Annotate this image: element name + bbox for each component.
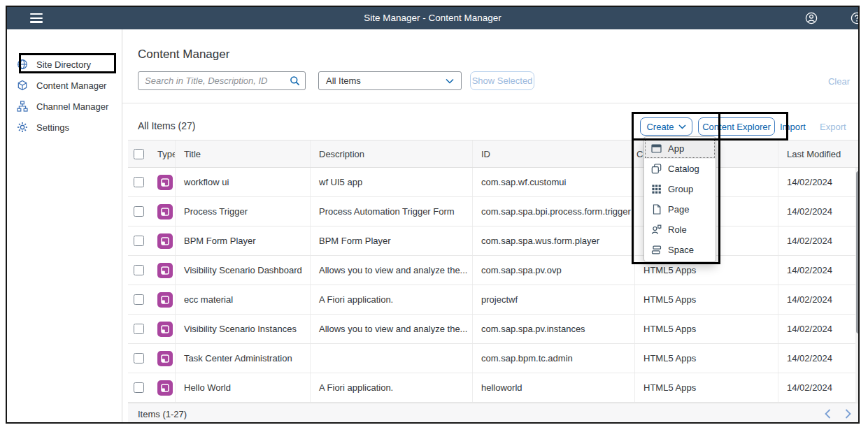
row-last-modified: 14/02/2024 bbox=[778, 197, 860, 226]
row-title: Visibility Scenario Dashboard bbox=[175, 256, 310, 285]
row-checkbox[interactable] bbox=[134, 382, 144, 393]
items-count-label: Items (1-27) bbox=[138, 409, 187, 419]
row-title: ecc material bbox=[175, 285, 310, 314]
section-title: All Items (27) bbox=[138, 120, 195, 131]
table-row[interactable]: Visibility Scenario Dashboard Allows you… bbox=[128, 256, 860, 285]
table-row[interactable]: workflow ui wf UI5 app com.sap.wf.custom… bbox=[128, 168, 860, 197]
export-link[interactable]: Export bbox=[820, 122, 846, 132]
sitemap-icon bbox=[17, 101, 28, 112]
sidebar-item-label: Site Directory bbox=[36, 59, 91, 70]
row-checkbox[interactable] bbox=[134, 177, 144, 187]
row-description: BPM Form Player bbox=[310, 226, 472, 255]
row-last-modified: 14/02/2024 bbox=[778, 168, 860, 196]
sidebar-item-site-directory[interactable]: Site Directory bbox=[7, 54, 122, 75]
items-filter-value: All Items bbox=[326, 75, 361, 86]
row-checkbox[interactable] bbox=[134, 206, 144, 217]
page-next-button[interactable] bbox=[845, 409, 851, 419]
search-icon[interactable] bbox=[290, 75, 300, 86]
create-menu-item-space[interactable]: Space bbox=[644, 240, 716, 260]
select-all-checkbox[interactable] bbox=[134, 149, 144, 159]
row-id: com.sap.spa.pv.instances bbox=[472, 315, 634, 343]
create-button[interactable]: Create bbox=[640, 117, 692, 136]
content-explorer-button[interactable]: Content Explorer bbox=[698, 117, 775, 136]
create-menu-item-catalog[interactable]: Catalog bbox=[644, 159, 716, 179]
table-row[interactable]: BPM Form Player BPM Form Player com.sap.… bbox=[128, 226, 860, 256]
row-last-modified: 14/02/2024 bbox=[778, 285, 860, 314]
row-id: com.sap.bpm.tc.admin bbox=[472, 344, 634, 373]
screenshot-frame: Site Manager - Content Manager Site Dire… bbox=[6, 6, 860, 424]
catalog-icon bbox=[651, 164, 662, 174]
row-description: Process Automation Trigger Form bbox=[310, 197, 472, 226]
row-checkbox[interactable] bbox=[134, 236, 144, 246]
row-last-modified: 14/02/2024 bbox=[778, 226, 860, 255]
row-checkbox[interactable] bbox=[134, 265, 144, 275]
row-id: projectwf bbox=[472, 285, 634, 314]
chevron-left-icon bbox=[825, 409, 831, 419]
row-id: com.sap.spa.wus.form.player bbox=[472, 226, 634, 255]
app-type-icon bbox=[157, 175, 173, 190]
shellbar: Site Manager - Content Manager bbox=[7, 7, 858, 29]
app-type-icon bbox=[157, 233, 173, 249]
sidebar-item-settings[interactable]: Settings bbox=[7, 117, 122, 138]
items-table: Type Title Description ID Created By Las… bbox=[128, 140, 860, 424]
filter-bar: Content Manager All Items Show Selected … bbox=[122, 29, 860, 103]
space-icon bbox=[651, 245, 662, 255]
row-title: Hello World bbox=[175, 373, 310, 402]
row-description: Allows you to view and analyze the... bbox=[310, 315, 472, 343]
app-type-icon bbox=[157, 322, 173, 337]
table-row[interactable]: Visibility Scenario Instances Allows you… bbox=[128, 315, 860, 344]
chevron-right-icon bbox=[845, 409, 851, 419]
create-menu-item-app[interactable]: App bbox=[644, 138, 716, 159]
row-description bbox=[310, 344, 472, 373]
clear-link[interactable]: Clear bbox=[828, 76, 850, 87]
create-menu: App Catalog Group Page bbox=[643, 136, 716, 262]
app-type-icon bbox=[157, 204, 173, 219]
items-filter-select[interactable]: All Items bbox=[318, 71, 462, 90]
create-menu-item-page[interactable]: Page bbox=[644, 199, 716, 219]
row-title: workflow ui bbox=[175, 168, 310, 196]
row-checkbox[interactable] bbox=[134, 294, 144, 305]
page-prev-button[interactable] bbox=[825, 409, 831, 419]
table-row[interactable]: ecc material A Fiori application. projec… bbox=[128, 285, 860, 315]
main-content: Content Manager All Items Show Selected … bbox=[122, 29, 860, 424]
row-description: A Fiori application. bbox=[310, 373, 472, 402]
scrollbar-thumb[interactable] bbox=[856, 171, 860, 333]
table-row[interactable]: Hello World A Fiori application. hellowo… bbox=[128, 373, 860, 403]
table-row[interactable]: Task Center Administration com.sap.bpm.t… bbox=[128, 344, 860, 373]
help-icon[interactable] bbox=[851, 12, 860, 27]
row-last-modified: 14/02/2024 bbox=[778, 315, 860, 343]
row-last-modified: 14/02/2024 bbox=[778, 344, 860, 373]
search-input[interactable] bbox=[138, 71, 306, 90]
sidebar-item-channel-manager[interactable]: Channel Manager bbox=[7, 96, 122, 117]
globe-icon bbox=[17, 59, 28, 70]
row-checkbox[interactable] bbox=[134, 353, 144, 363]
column-header-id: ID bbox=[472, 141, 634, 167]
content-manager-icon bbox=[17, 80, 28, 91]
row-title: BPM Form Player bbox=[175, 226, 310, 255]
create-menu-item-role[interactable]: Role bbox=[644, 219, 716, 240]
column-header-description: Description bbox=[310, 141, 472, 167]
sidebar-item-label: Channel Manager bbox=[36, 101, 108, 112]
app-type-icon bbox=[157, 380, 173, 396]
row-checkbox[interactable] bbox=[134, 324, 144, 334]
create-menu-item-group[interactable]: Group bbox=[644, 179, 716, 199]
row-id: com.sap.wf.customui bbox=[472, 168, 634, 196]
table-body: workflow ui wf UI5 app com.sap.wf.custom… bbox=[128, 168, 860, 403]
table-row[interactable]: Process Trigger Process Automation Trigg… bbox=[128, 197, 860, 226]
row-created-by: HTML5 Apps bbox=[634, 373, 778, 402]
user-avatar-icon[interactable] bbox=[805, 12, 818, 27]
role-icon bbox=[651, 224, 662, 235]
show-selected-button[interactable]: Show Selected bbox=[470, 71, 534, 90]
app-type-icon bbox=[157, 263, 173, 278]
column-header-last-modified: Last Modified bbox=[778, 141, 860, 167]
column-header-title: Title bbox=[175, 141, 310, 167]
row-title: Visibility Scenario Instances bbox=[175, 315, 310, 343]
group-grid-icon bbox=[651, 184, 662, 194]
sidebar-item-label: Content Manager bbox=[36, 80, 106, 91]
sidebar: Site Directory Content Manager Channel M… bbox=[7, 29, 122, 424]
row-title: Task Center Administration bbox=[175, 344, 310, 373]
table-scrollbar[interactable] bbox=[855, 168, 860, 403]
chevron-down-icon bbox=[678, 124, 686, 129]
import-link[interactable]: Import bbox=[780, 122, 806, 132]
sidebar-item-content-manager[interactable]: Content Manager bbox=[7, 75, 122, 96]
